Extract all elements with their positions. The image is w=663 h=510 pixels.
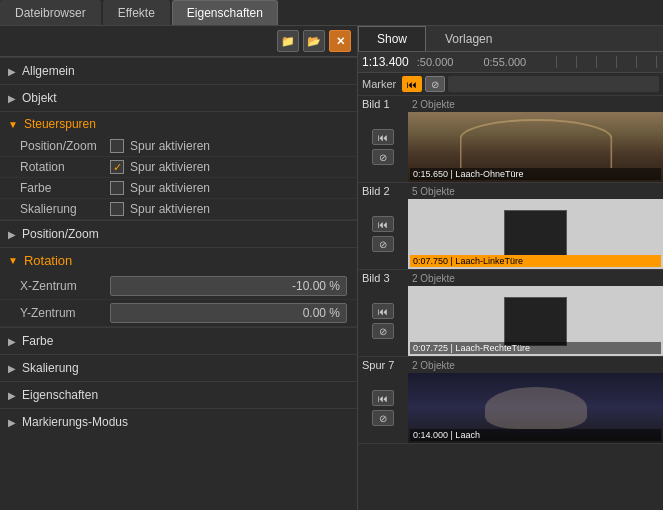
thumb-label-bild3: 0:07.725 | Laach-RechteTüre [410, 342, 661, 354]
track-spur-label-rotation: Spur aktivieren [130, 160, 210, 174]
church-arch [459, 119, 612, 168]
marker-row: Marker ⏮ ⊘ [358, 73, 663, 96]
skalierung-label: Skalierung [22, 361, 79, 375]
track-row-skalierung: Skalierung Spur aktivieren [0, 199, 357, 220]
person-shape [485, 387, 587, 429]
markierungs-arrow: ▶ [8, 417, 16, 428]
media-thumb-bild1: 0:15.650 | Laach-OhneTüre [408, 112, 663, 182]
farbe-label: Farbe [22, 334, 53, 348]
param-input-x-zentrum[interactable] [110, 276, 347, 296]
farbe-section[interactable]: ▶ Farbe [0, 327, 357, 354]
right-panel: Show Vorlagen 1:13.400 :50.000 0:55.000 … [358, 26, 663, 510]
marker-label: Marker [362, 78, 396, 90]
media-item-sub-bild1: 2 Objekte [412, 99, 455, 110]
right-tab-vorlagen[interactable]: Vorlagen [426, 26, 511, 51]
tab-eigenschaften[interactable]: Eigenschaften [172, 0, 278, 25]
tab-effekte[interactable]: Effekte [103, 0, 170, 25]
right-tab-bar: Show Vorlagen [358, 26, 663, 52]
farbe-arrow: ▶ [8, 336, 16, 347]
objekt-arrow: ▶ [8, 93, 16, 104]
track-row-farbe: Farbe Spur aktivieren [0, 178, 357, 199]
rotation-section-header[interactable]: ▼ Rotation [0, 247, 357, 273]
media-item-header-bild3: Bild 3 2 Objekte [358, 270, 663, 286]
media-item-header-spur7: Spur 7 2 Objekte [358, 357, 663, 373]
ctrl-stop-spur7[interactable]: ⊘ [372, 410, 394, 426]
marker-play-button[interactable]: ⏮ [402, 76, 422, 92]
track-checkbox-rotation[interactable]: ✓ [110, 160, 124, 174]
objekt-section[interactable]: ▶ Objekt [0, 84, 357, 111]
ctrl-play-bild3[interactable]: ⏮ [372, 303, 394, 319]
top-tab-bar: Dateibrowser Effekte Eigenschaften [0, 0, 663, 26]
position-zoom-section[interactable]: ▶ Position/Zoom [0, 220, 357, 247]
position-zoom-label: Position/Zoom [22, 227, 99, 241]
eigenschaften-arrow: ▶ [8, 390, 16, 401]
param-row-x-zentrum: X-Zentrum [0, 273, 357, 300]
thumb-label-bild2: 0:07.750 | Laach-LinkeTüre [410, 255, 661, 267]
media-item-content-spur7: ⏮ ⊘ 0:14.000 | Laach [358, 373, 663, 443]
media-item-header-bild1: Bild 1 2 Objekte [358, 96, 663, 112]
close-button[interactable]: ✕ [329, 30, 351, 52]
media-controls-bild2: ⏮ ⊘ [358, 199, 408, 269]
left-panel: 📁 📂 ✕ ▶ Allgemein ▶ Objekt ▼ Steuerspure… [0, 26, 357, 510]
track-row-rotation: Rotation ✓ Spur aktivieren [0, 157, 357, 178]
objekt-label: Objekt [22, 91, 57, 105]
ctrl-play-bild1[interactable]: ⏮ [372, 129, 394, 145]
media-controls-bild1: ⏮ ⊘ [358, 112, 408, 182]
media-thumb-bild2: 0:07.750 | Laach-LinkeTüre [408, 199, 663, 269]
ruler-strip [556, 56, 659, 68]
steuerspuren-label: Steuerspuren [24, 117, 96, 131]
steuerspuren-section[interactable]: ▼ Steuerspuren [0, 111, 357, 136]
track-row-position-zoom: Position/Zoom Spur aktivieren [0, 136, 357, 157]
track-label-skalierung: Skalierung [20, 202, 110, 216]
media-controls-bild3: ⏮ ⊘ [358, 286, 408, 356]
ctrl-stop-bild1[interactable]: ⊘ [372, 149, 394, 165]
media-item-title-bild3: Bild 3 [362, 272, 412, 284]
track-spur-label-position-zoom: Spur aktivieren [130, 139, 210, 153]
time-current: 1:13.400 [362, 55, 409, 69]
track-label-farbe: Farbe [20, 181, 110, 195]
media-item-title-bild1: Bild 1 [362, 98, 412, 110]
door-rect-bild2 [504, 210, 568, 259]
track-spur-label-farbe: Spur aktivieren [130, 181, 210, 195]
position-zoom-arrow: ▶ [8, 229, 16, 240]
media-item-header-bild2: Bild 2 5 Objekte [358, 183, 663, 199]
allgemein-arrow: ▶ [8, 66, 16, 77]
ctrl-stop-bild3[interactable]: ⊘ [372, 323, 394, 339]
thumb-label-bild1: 0:15.650 | Laach-OhneTüre [410, 168, 661, 180]
param-input-y-zentrum[interactable] [110, 303, 347, 323]
media-item-sub-spur7: 2 Objekte [412, 360, 455, 371]
track-spur-label-skalierung: Spur aktivieren [130, 202, 210, 216]
door-rect-bild3 [504, 297, 568, 346]
folder-save-button[interactable]: 📂 [303, 30, 325, 52]
media-item-bild3: Bild 3 2 Objekte ⏮ ⊘ 0:07.725 | Laach-Re… [358, 270, 663, 357]
folder-open-button[interactable]: 📁 [277, 30, 299, 52]
marker-stop-button[interactable]: ⊘ [425, 76, 445, 92]
allgemein-section[interactable]: ▶ Allgemein [0, 57, 357, 84]
main-layout: 📁 📂 ✕ ▶ Allgemein ▶ Objekt ▼ Steuerspure… [0, 26, 663, 510]
track-checkbox-farbe[interactable] [110, 181, 124, 195]
rotation-section-arrow: ▼ [8, 255, 18, 266]
media-controls-spur7: ⏮ ⊘ [358, 373, 408, 443]
time-mark-1: :50.000 [417, 56, 454, 68]
time-ruler: 1:13.400 :50.000 0:55.000 [358, 52, 663, 73]
track-checkbox-skalierung[interactable] [110, 202, 124, 216]
steuerspuren-arrow: ▼ [8, 119, 18, 130]
track-label-position-zoom: Position/Zoom [20, 139, 110, 153]
ctrl-play-bild2[interactable]: ⏮ [372, 216, 394, 232]
time-mark-2: 0:55.000 [483, 56, 526, 68]
markierungs-modus-section[interactable]: ▶ Markierungs-Modus [0, 408, 357, 435]
eigenschaften-section[interactable]: ▶ Eigenschaften [0, 381, 357, 408]
marker-spacer [448, 76, 659, 92]
tab-dateibrowser[interactable]: Dateibrowser [0, 0, 101, 25]
right-tab-show[interactable]: Show [358, 26, 426, 51]
skalierung-section[interactable]: ▶ Skalierung [0, 354, 357, 381]
media-item-sub-bild3: 2 Objekte [412, 273, 455, 284]
media-thumb-bild3: 0:07.725 | Laach-RechteTüre [408, 286, 663, 356]
skalierung-arrow: ▶ [8, 363, 16, 374]
ctrl-play-spur7[interactable]: ⏮ [372, 390, 394, 406]
ctrl-stop-bild2[interactable]: ⊘ [372, 236, 394, 252]
media-item-content-bild1: ⏮ ⊘ 0:15.650 | Laach-OhneTüre [358, 112, 663, 182]
track-checkbox-position-zoom[interactable] [110, 139, 124, 153]
timeline-area: Bild 1 2 Objekte ⏮ ⊘ 0:15.650 | Laach-Oh… [358, 96, 663, 510]
media-item-title-spur7: Spur 7 [362, 359, 412, 371]
